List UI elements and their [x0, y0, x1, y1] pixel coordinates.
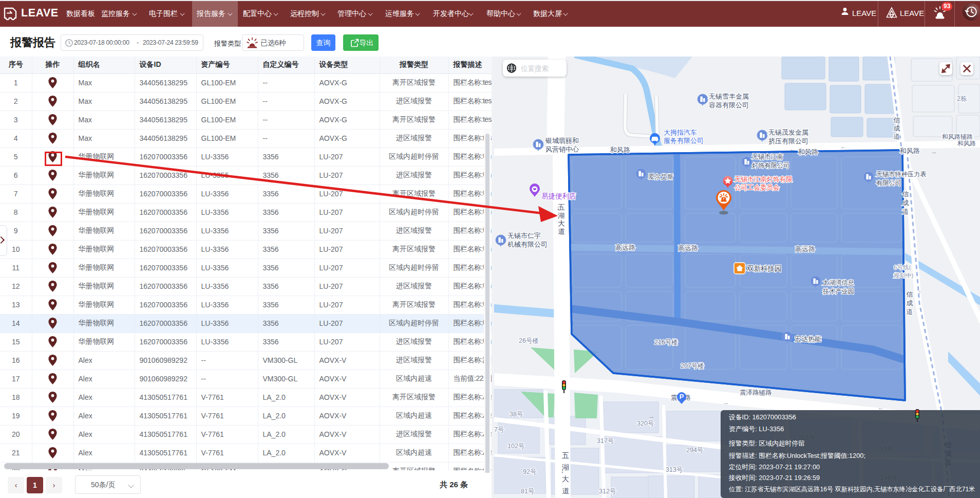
svg-text:P: P	[680, 393, 684, 400]
svg-text:设备ID: 162070003356: 设备ID: 162070003356	[729, 413, 796, 421]
svg-text:大: 大	[562, 475, 569, 483]
svg-text:接收时间: 2023-07-21 19:26:59: 接收时间: 2023-07-21 19:26:59	[728, 474, 820, 482]
svg-text:技术产业园: 技术产业园	[822, 288, 854, 295]
svg-text:位置搜索: 位置搜索	[521, 65, 549, 72]
svg-text:7号: 7号	[494, 426, 504, 433]
svg-text:服务有限公司: 服务有限公司	[664, 137, 704, 144]
svg-text:→: →	[648, 413, 654, 420]
svg-text:大: 大	[558, 219, 565, 227]
svg-text:报警类型: 区域内超时停留: 报警类型: 区域内超时停留	[728, 439, 805, 447]
svg-text:无锡雪丰金属: 无锡雪丰金属	[709, 93, 749, 100]
svg-text:报警描述: 围栏名称:UnlockTest;报警阈值:12: 报警描述: 围栏名称:UnlockTest;报警阈值:1200;	[728, 452, 865, 459]
svg-text:312号: 312号	[599, 488, 616, 495]
svg-text:无锡茂发金属: 无锡茂发金属	[768, 128, 808, 136]
svg-text:挤压有限公司: 挤压有限公司	[768, 137, 808, 145]
svg-text:道: 道	[894, 133, 900, 140]
svg-text:成: 成	[902, 199, 909, 207]
svg-text:无锡市特种压力表: 无锡市特种压力表	[876, 171, 927, 178]
svg-text:216号楼: 216号楼	[654, 339, 678, 346]
svg-text:震泽路辅路: 震泽路辅路	[740, 389, 772, 396]
svg-text:和风路: 和风路	[899, 147, 920, 155]
svg-text:成: 成	[907, 299, 913, 307]
svg-text:银城翡丽和: 银城翡丽和	[545, 137, 579, 144]
svg-text:102号: 102号	[507, 442, 524, 450]
svg-text:38号: 38号	[510, 411, 523, 418]
svg-text:↑: ↑	[918, 289, 921, 295]
svg-text:↓: ↓	[557, 205, 560, 211]
svg-text:有限公司: 有限公司	[876, 179, 901, 187]
svg-text:92号: 92号	[523, 468, 536, 475]
svg-text:无锡市江南灯饰有限: 无锡市江南灯饰有限	[734, 176, 793, 183]
svg-text:容器有限公司: 容器有限公司	[709, 101, 749, 109]
svg-text:五: 五	[562, 451, 569, 459]
svg-text:207号楼: 207号楼	[681, 362, 704, 370]
svg-text:无锡市仁宇: 无锡市仁宇	[507, 232, 541, 239]
svg-text:太湖湾信息: 太湖湾信息	[823, 279, 854, 286]
svg-text:规划中): 规划中)	[894, 272, 914, 279]
svg-text:←: ←	[789, 145, 796, 153]
svg-text:风营销中心: 风营销中心	[545, 145, 579, 153]
svg-text:位置: 江苏省无锡市滨湖区高远路16号 双新科技园内,无锡: 位置: 江苏省无锡市滨湖区高远路16号 双新科技园内,无锡市东绛冶金化工设备厂西…	[729, 486, 975, 493]
svg-text:和风路: 和风路	[610, 146, 630, 154]
svg-text:道: 道	[558, 228, 565, 235]
svg-text:2栋: 2栋	[957, 95, 967, 102]
svg-text:←: ←	[840, 143, 846, 150]
svg-text:湖: 湖	[558, 212, 565, 219]
svg-text:易捷便利店: 易捷便利店	[541, 192, 576, 200]
svg-text:无锡市江南: 无锡市江南	[752, 153, 783, 160]
svg-text:高远路: 高远路	[615, 244, 635, 251]
svg-text:和风路: 和风路	[798, 148, 818, 156]
svg-text:成: 成	[894, 124, 900, 132]
svg-text:资产编号: LU-3356: 资产编号: LU-3356	[729, 425, 784, 433]
svg-text:←: ←	[878, 404, 884, 411]
svg-text:双新科技园: 双新科技园	[747, 265, 782, 272]
svg-text:高远路: 高远路	[795, 245, 815, 253]
svg-text:317号: 317号	[597, 437, 614, 445]
svg-text:宏达热能: 宏达热能	[795, 335, 821, 343]
svg-text:灯饰有限公司: 灯饰有限公司	[752, 162, 789, 169]
svg-text:信: 信	[906, 290, 913, 298]
svg-text:道: 道	[562, 487, 569, 495]
svg-text:信: 信	[902, 190, 909, 198]
svg-text:定位时间: 2023-07-21 19:27:00: 定位时间: 2023-07-21 19:27:00	[729, 463, 820, 471]
svg-text:26号楼: 26号楼	[519, 337, 539, 344]
svg-text:高远路: 高远路	[678, 244, 698, 252]
svg-text:道: 道	[902, 208, 909, 215]
svg-text:和风路: 和风路	[957, 140, 976, 147]
svg-text:大拇指汽车: 大拇指汽车	[664, 128, 697, 136]
svg-text:81号: 81号	[521, 488, 534, 495]
svg-text:信: 信	[893, 116, 900, 124]
svg-text:294号: 294号	[686, 447, 703, 454]
svg-text:↓: ↓	[561, 468, 564, 474]
svg-text:道: 道	[907, 308, 913, 316]
svg-text:313号: 313号	[666, 466, 683, 473]
svg-text:机械有限公司: 机械有限公司	[507, 241, 548, 248]
svg-text:→: →	[723, 399, 729, 406]
svg-text:和风路辅路: 和风路辅路	[942, 133, 973, 140]
svg-text:6号线(: 6号线(	[894, 264, 911, 270]
svg-text:公司工会委员会: 公司工会委员会	[734, 184, 780, 191]
svg-text:→: →	[931, 148, 937, 155]
svg-text:爱尔艾斯: 爱尔艾斯	[648, 173, 673, 180]
svg-text:320号: 320号	[637, 420, 654, 427]
